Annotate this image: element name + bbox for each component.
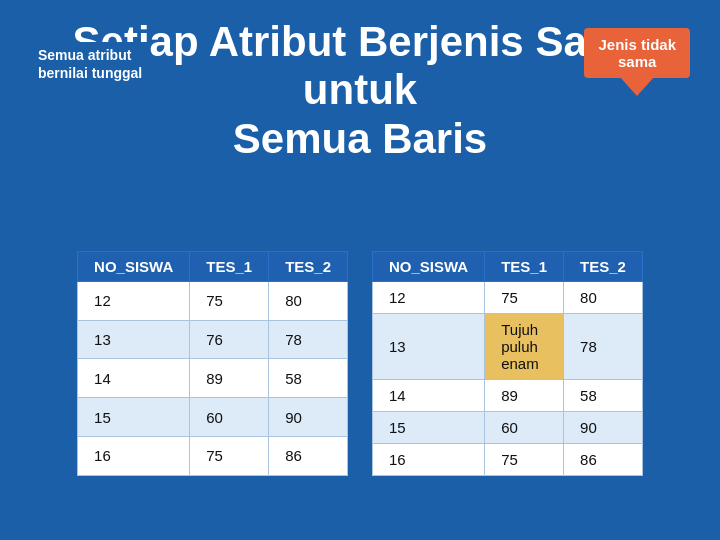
cell: 90	[269, 398, 348, 437]
tables-container: NO_SISWA TES_1 TES_2 12 75 80 13 76 78 1…	[0, 223, 720, 476]
cell: 60	[485, 411, 564, 443]
cell: 13	[78, 320, 190, 359]
cell: 58	[269, 359, 348, 398]
table-row: 14 89 58	[373, 379, 643, 411]
table-row: 16 75 86	[78, 437, 348, 476]
cell: 14	[373, 379, 485, 411]
cell: 15	[78, 398, 190, 437]
table-left-col-no: NO_SISWA	[78, 251, 190, 281]
cell: 80	[564, 281, 643, 313]
table-left: NO_SISWA TES_1 TES_2 12 75 80 13 76 78 1…	[77, 251, 348, 476]
cell: 89	[485, 379, 564, 411]
cell: 86	[269, 437, 348, 476]
cell: 75	[190, 281, 269, 320]
table-left-col-tes2: TES_2	[269, 251, 348, 281]
table-right-col-tes1: TES_1	[485, 251, 564, 281]
table-row: 14 89 58	[78, 359, 348, 398]
table-left-header-row: NO_SISWA TES_1 TES_2	[78, 251, 348, 281]
table-row: 15 60 90	[78, 398, 348, 437]
cell: 16	[78, 437, 190, 476]
cell: 78	[564, 313, 643, 379]
subtitle-box: Semua atribut bernilai tunggal	[32, 42, 148, 86]
table-row: 16 75 86	[373, 443, 643, 475]
table-right-header-row: NO_SISWA TES_1 TES_2	[373, 251, 643, 281]
cell-highlight: Tujuh puluh enam	[485, 313, 564, 379]
table-row: 13 76 78	[78, 320, 348, 359]
table-right-col-tes2: TES_2	[564, 251, 643, 281]
cell: 13	[373, 313, 485, 379]
cell: 75	[190, 437, 269, 476]
cell: 58	[564, 379, 643, 411]
cell: 75	[485, 281, 564, 313]
table-right: NO_SISWA TES_1 TES_2 12 75 80 13 Tujuh p…	[372, 251, 643, 476]
cell: 89	[190, 359, 269, 398]
cell: 12	[373, 281, 485, 313]
cell: 14	[78, 359, 190, 398]
table-left-col-tes1: TES_1	[190, 251, 269, 281]
cell: 16	[373, 443, 485, 475]
table-right-col-no: NO_SISWA	[373, 251, 485, 281]
cell: 75	[485, 443, 564, 475]
table-row: 13 Tujuh puluh enam 78	[373, 313, 643, 379]
cell: 76	[190, 320, 269, 359]
table-row: 15 60 90	[373, 411, 643, 443]
cell: 90	[564, 411, 643, 443]
cell: 80	[269, 281, 348, 320]
cell: 15	[373, 411, 485, 443]
table-row: 12 75 80	[373, 281, 643, 313]
cell: 78	[269, 320, 348, 359]
table-row: 12 75 80	[78, 281, 348, 320]
cell: 60	[190, 398, 269, 437]
jenis-badge: Jenis tidak sama	[584, 28, 690, 78]
cell: 86	[564, 443, 643, 475]
cell: 12	[78, 281, 190, 320]
